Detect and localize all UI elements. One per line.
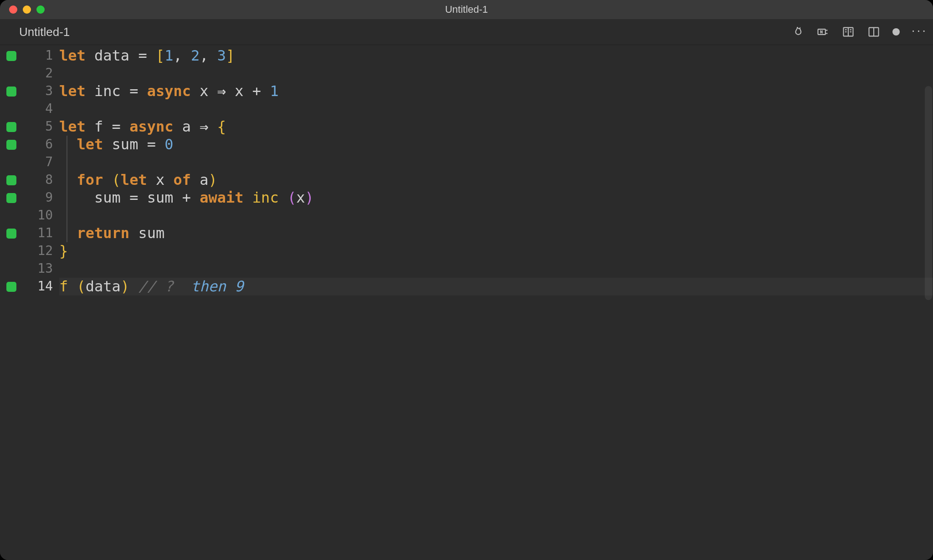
op-eq: =	[138, 136, 164, 153]
gutter-line[interactable]: 5	[0, 118, 59, 136]
gutter-line[interactable]: 10	[0, 207, 59, 224]
gutter-line[interactable]: 13	[0, 260, 59, 278]
gutter-line[interactable]: 14	[0, 278, 59, 295]
indent-guide	[67, 136, 67, 153]
code-line[interactable]	[59, 153, 933, 171]
code[interactable]: let data = [1, 2, 3] let inc = async x ⇒…	[59, 45, 933, 560]
number: 1	[270, 82, 278, 100]
window-title: Untitled-1	[0, 4, 933, 15]
keyword-return: return	[77, 224, 130, 242]
coverage-marker-icon[interactable]	[6, 193, 16, 203]
keyword-async: async	[147, 82, 191, 100]
split-icon[interactable]	[867, 25, 881, 39]
space	[103, 171, 112, 189]
space	[68, 278, 77, 295]
line-number: 2	[45, 66, 53, 81]
paren-close: )	[121, 278, 129, 295]
line-number: 13	[37, 261, 53, 276]
line-number: 9	[45, 190, 53, 205]
case-sensitive-icon[interactable]	[816, 25, 830, 39]
code-line[interactable]: return sum	[59, 224, 933, 242]
keyword-let: let	[77, 136, 103, 153]
ident-inc: inc	[94, 82, 121, 100]
keyword-async: async	[129, 118, 173, 136]
close-icon[interactable]	[9, 5, 17, 14]
code-line[interactable]: let sum = 0	[59, 136, 933, 153]
space	[209, 118, 217, 136]
indent-guide	[67, 207, 67, 224]
keyword-for: for	[77, 171, 103, 189]
line-number: 8	[45, 172, 53, 188]
code-line[interactable]: let f = async a ⇒ {	[59, 118, 933, 136]
gutter-line[interactable]: 1	[0, 47, 59, 65]
flame-icon[interactable]	[790, 25, 804, 39]
code-line[interactable]: }	[59, 242, 933, 260]
indent	[59, 224, 77, 242]
code-line[interactable]	[59, 65, 933, 82]
book-icon[interactable]	[841, 25, 855, 39]
call-f: f	[59, 278, 68, 295]
gutter-line[interactable]: 4	[0, 100, 59, 118]
line-number: 7	[45, 154, 53, 170]
number: 2	[191, 47, 200, 65]
code-line[interactable]: for (let x of a)	[59, 171, 933, 189]
coverage-marker-icon[interactable]	[6, 175, 16, 185]
code-line[interactable]	[59, 207, 933, 224]
gutter-line[interactable]: 12	[0, 242, 59, 260]
arrow: ⇒	[200, 118, 208, 136]
gutter-line[interactable]: 2	[0, 65, 59, 82]
gutter-line[interactable]: 11	[0, 224, 59, 242]
modified-icon[interactable]	[892, 28, 900, 36]
space	[86, 47, 94, 65]
tab-strip: Untitled-1	[0, 19, 933, 45]
editor-window: Untitled-1 Untitled-1	[0, 0, 933, 560]
line-number: 10	[37, 208, 53, 223]
maximize-icon[interactable]	[36, 5, 45, 14]
ident-sum: sum	[103, 136, 138, 153]
coverage-marker-icon[interactable]	[6, 87, 16, 97]
code-line[interactable]: sum = sum + await inc (x)	[59, 189, 933, 207]
expr: x +	[226, 82, 270, 100]
coverage-marker-icon[interactable]	[6, 51, 16, 61]
arrow: ⇒	[217, 82, 226, 100]
coverage-marker-icon[interactable]	[6, 282, 16, 292]
paren-close: )	[305, 189, 313, 207]
coverage-marker-icon[interactable]	[6, 229, 16, 239]
ident-sum: sum	[129, 224, 164, 242]
code-line[interactable]: let data = [1, 2, 3]	[59, 47, 933, 65]
indent	[59, 189, 94, 207]
gutter-line[interactable]: 6	[0, 136, 59, 153]
traffic-lights	[0, 5, 45, 14]
code-line[interactable]: let inc = async x ⇒ x + 1	[59, 82, 933, 100]
code-line[interactable]	[59, 100, 933, 118]
op-plus: +	[173, 189, 200, 207]
gutter-line[interactable]: 7	[0, 153, 59, 171]
gutter-line[interactable]: 8	[0, 171, 59, 189]
op-eq: =	[129, 47, 156, 65]
coverage-marker-icon[interactable]	[6, 122, 16, 132]
brace-close: }	[59, 242, 68, 260]
gutter-line[interactable]: 9	[0, 189, 59, 207]
comment: // ?	[138, 278, 191, 295]
paren-close: )	[209, 171, 217, 189]
keyword-let: let	[59, 82, 86, 100]
editor[interactable]: 1234567891011121314 let data = [1, 2, 3]…	[0, 45, 933, 560]
comment-then: then	[191, 278, 235, 295]
more-icon[interactable]: ···	[912, 24, 928, 40]
op-eq: =	[121, 189, 147, 207]
number: 1	[164, 47, 173, 65]
coverage-marker-icon[interactable]	[6, 140, 16, 150]
bracket-open: [	[156, 47, 164, 65]
gutter-line[interactable]: 3	[0, 82, 59, 100]
indent-guide	[67, 153, 67, 171]
line-number: 5	[45, 119, 53, 134]
ident-sum: sum	[94, 189, 121, 207]
indent-guide	[67, 224, 67, 242]
code-line-current[interactable]: f (data) // ? then 9	[59, 278, 933, 295]
comment-number: 9	[235, 278, 243, 295]
minimize-icon[interactable]	[23, 5, 31, 14]
paren-open: (	[77, 278, 86, 295]
number: 0	[164, 136, 173, 153]
tab-untitled[interactable]: Untitled-1	[8, 19, 82, 45]
code-line[interactable]	[59, 260, 933, 278]
